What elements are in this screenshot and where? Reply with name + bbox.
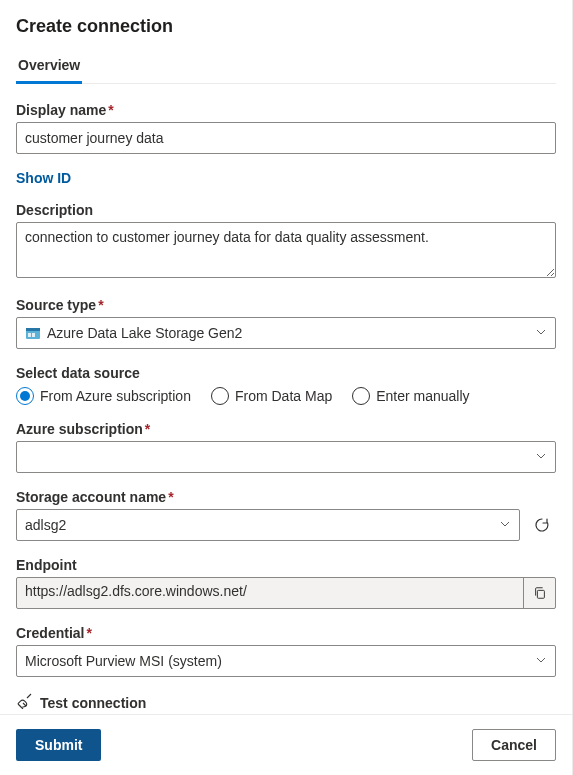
cancel-button[interactable]: Cancel <box>472 729 556 761</box>
source-type-dropdown[interactable]: Azure Data Lake Storage Gen2 <box>16 317 556 349</box>
copy-icon <box>533 586 547 600</box>
description-textarea[interactable]: connection to customer journey data for … <box>16 222 556 278</box>
azure-subscription-dropdown[interactable] <box>16 441 556 473</box>
radio-enter-manually[interactable]: Enter manually <box>352 387 469 405</box>
data-source-radio-group: From Azure subscription From Data Map En… <box>16 387 556 405</box>
chevron-down-icon <box>535 653 547 669</box>
required-indicator: * <box>98 297 103 313</box>
required-indicator: * <box>145 421 150 437</box>
test-connection-button[interactable]: Test connection <box>16 693 556 712</box>
create-connection-panel: Create connection Overview Display name*… <box>0 0 573 775</box>
svg-rect-2 <box>28 333 31 337</box>
show-id-link[interactable]: Show ID <box>16 170 71 186</box>
tab-overview-label: Overview <box>18 57 80 73</box>
svg-rect-1 <box>26 328 40 331</box>
adls-gen2-icon <box>25 325 41 341</box>
description-label: Description <box>16 202 556 218</box>
test-connection-label: Test connection <box>40 695 146 711</box>
display-name-label: Display name* <box>16 102 556 118</box>
azure-subscription-label: Azure subscription* <box>16 421 556 437</box>
refresh-button[interactable] <box>528 511 556 539</box>
radio-circle-icon <box>352 387 370 405</box>
storage-account-value: adlsg2 <box>25 517 66 533</box>
submit-button[interactable]: Submit <box>16 729 101 761</box>
chevron-down-icon <box>535 325 547 341</box>
required-indicator: * <box>168 489 173 505</box>
credential-dropdown[interactable]: Microsoft Purview MSI (system) <box>16 645 556 677</box>
refresh-icon <box>534 517 550 533</box>
tab-overview[interactable]: Overview <box>16 51 82 84</box>
chevron-down-icon <box>535 449 547 465</box>
radio-from-data-map[interactable]: From Data Map <box>211 387 332 405</box>
radio-circle-icon <box>16 387 34 405</box>
required-indicator: * <box>86 625 91 641</box>
display-name-input[interactable] <box>16 122 556 154</box>
required-indicator: * <box>108 102 113 118</box>
svg-rect-3 <box>32 333 35 337</box>
chevron-down-icon <box>499 517 511 533</box>
radio-circle-icon <box>211 387 229 405</box>
storage-account-label: Storage account name* <box>16 489 556 505</box>
storage-account-dropdown[interactable]: adlsg2 <box>16 509 520 541</box>
credential-value: Microsoft Purview MSI (system) <box>25 653 222 669</box>
credential-label: Credential* <box>16 625 556 641</box>
source-type-value: Azure Data Lake Storage Gen2 <box>47 325 242 341</box>
footer: Submit Cancel <box>0 714 572 775</box>
source-type-label: Source type* <box>16 297 556 313</box>
endpoint-field: https://adlsg2.dfs.core.windows.net/ <box>16 577 556 609</box>
radio-from-azure-subscription[interactable]: From Azure subscription <box>16 387 191 405</box>
panel-title: Create connection <box>16 16 556 37</box>
plug-icon <box>16 693 32 712</box>
tabs: Overview <box>16 51 556 84</box>
endpoint-label: Endpoint <box>16 557 556 573</box>
copy-endpoint-button[interactable] <box>523 578 555 608</box>
svg-rect-4 <box>537 590 544 598</box>
select-data-source-label: Select data source <box>16 365 556 381</box>
endpoint-value: https://adlsg2.dfs.core.windows.net/ <box>17 578 523 608</box>
